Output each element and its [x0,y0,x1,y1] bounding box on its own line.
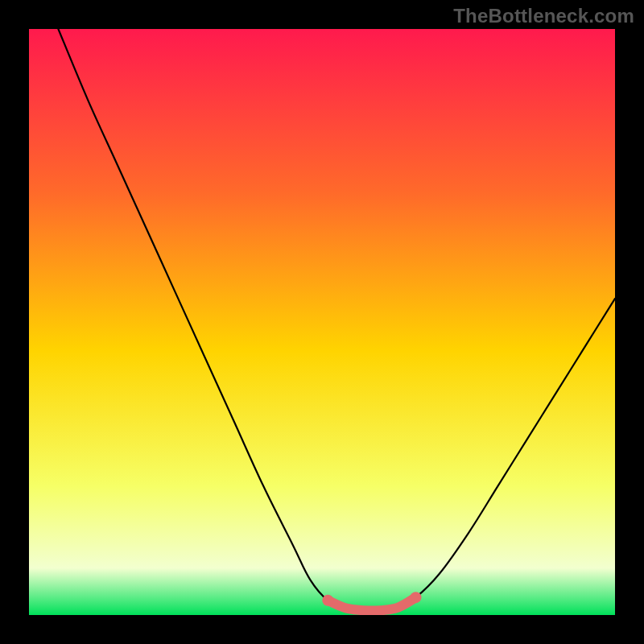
chart-frame: TheBottleneck.com [0,0,644,644]
highlight-endpoint-left [322,595,333,606]
plot-area [29,29,615,615]
watermark-label: TheBottleneck.com [453,5,634,27]
chart-svg [29,29,615,615]
highlight-endpoint-right [410,592,421,603]
gradient-background [29,29,615,615]
